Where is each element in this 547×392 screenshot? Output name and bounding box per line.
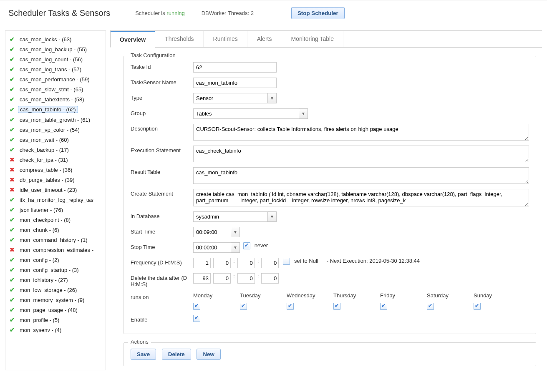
check-icon: ✔: [10, 276, 15, 283]
task-list-item[interactable]: ✖mon_compression_estimates -: [5, 245, 106, 255]
day-checkbox-thursday[interactable]: [333, 303, 340, 310]
task-list-item[interactable]: ✔mon_checkpoint - (8): [5, 215, 106, 225]
new-button[interactable]: New: [197, 349, 220, 360]
tab-thresholds[interactable]: Thresholds: [155, 31, 203, 47]
del-sec-input[interactable]: [261, 273, 279, 284]
day-checkbox-friday[interactable]: [380, 303, 387, 310]
task-id-label: Taske Id: [131, 62, 193, 70]
task-list-item[interactable]: ✔cas_mon_locks - (63): [5, 34, 106, 44]
task-list-item[interactable]: ✖compress_table - (36): [5, 165, 106, 175]
del-days-input[interactable]: [193, 273, 211, 284]
day-label: Tuesday: [240, 292, 287, 299]
task-item-label: cas_mon_log_count - (56): [18, 56, 84, 63]
check-icon: ✔: [10, 136, 15, 143]
cross-icon: ✖: [10, 156, 15, 163]
tab-monitoring-table[interactable]: Monitoring Table: [281, 31, 343, 47]
day-label: Sunday: [474, 292, 492, 299]
chevron-down-icon[interactable]: ▼: [267, 211, 277, 222]
description-input[interactable]: CURSOR-Scout-Sensor: collects Table Info…: [193, 124, 529, 141]
day-checkbox-monday[interactable]: [193, 303, 200, 310]
day-checkbox-saturday[interactable]: [427, 303, 434, 310]
task-list-item[interactable]: ✖check_for_ipa - (31): [5, 155, 106, 165]
freq-min-input[interactable]: [237, 258, 255, 268]
task-list-item[interactable]: ✔ifx_ha_monitor_log_replay_tas: [5, 195, 106, 205]
scheduler-status: Scheduler is running: [135, 10, 185, 16]
task-list-item[interactable]: ✔cas_mon_vp_color - (54): [5, 125, 106, 135]
cross-icon: ✖: [10, 186, 15, 193]
day-column: Friday: [380, 292, 427, 310]
task-list-item[interactable]: ✔cas_mon_log_backup - (55): [5, 44, 106, 54]
task-list-item[interactable]: ✔cas_mon_table_growth - (61): [5, 115, 106, 125]
create-stmt-input[interactable]: create table cas_mon_tabinfo ( id int, d…: [193, 189, 529, 206]
exec-stmt-label: Execution Statement: [131, 146, 193, 153]
del-hours-input[interactable]: [213, 273, 231, 284]
tab-runtimes[interactable]: Runtimes: [204, 31, 247, 47]
freq-hours-input[interactable]: [213, 258, 231, 268]
task-list-item[interactable]: ✔mon_config_startup - (3): [5, 265, 106, 275]
tab-overview[interactable]: Overview: [110, 31, 155, 48]
chevron-down-icon[interactable]: ▼: [299, 108, 308, 119]
task-list-item[interactable]: ✔mon_low_storage - (26): [5, 285, 106, 295]
task-list-item[interactable]: ✔mon_sysenv - (4): [5, 325, 106, 335]
day-checkbox-tuesday[interactable]: [240, 303, 247, 310]
task-name-input[interactable]: [193, 78, 277, 88]
freq-sec-input[interactable]: [261, 258, 279, 268]
task-list-item[interactable]: ✔mon_config - (2): [5, 255, 106, 265]
task-list-item[interactable]: ✔mon_page_usage - (48): [5, 305, 106, 315]
type-label: Type: [131, 93, 193, 101]
task-item-label: mon_sysenv - (4): [18, 327, 63, 333]
check-icon: ✔: [10, 96, 15, 103]
del-min-input[interactable]: [237, 273, 255, 284]
day-label: Saturday: [427, 292, 474, 299]
never-checkbox[interactable]: [243, 242, 250, 249]
task-list-item[interactable]: ✔mon_memory_system - (9): [5, 295, 106, 305]
enable-checkbox[interactable]: [193, 315, 200, 322]
stop-time-select[interactable]: ▼: [193, 242, 240, 253]
create-stmt-label: Create Statement: [131, 189, 193, 197]
chevron-down-icon[interactable]: ▼: [231, 227, 240, 237]
task-item-label: cas_mon_table_growth - (61): [18, 117, 92, 123]
task-list-item[interactable]: ✖idle_user_timeout - (23): [5, 185, 106, 195]
check-icon: ✔: [10, 56, 15, 63]
task-list-item[interactable]: ✔cas_mon_slow_stmt - (65): [5, 84, 106, 94]
task-item-label: check_backup - (17): [18, 147, 71, 153]
task-list-item[interactable]: ✔cas_mon_wait - (60): [5, 135, 106, 145]
task-list-item[interactable]: ✔cas_mon_tabinfo - (62): [5, 104, 106, 115]
main-content: OverviewThresholdsRuntimesAlertsMonitori…: [110, 30, 542, 370]
database-select[interactable]: ▼: [193, 211, 277, 222]
tab-alerts[interactable]: Alerts: [247, 31, 282, 47]
group-select[interactable]: ▼: [193, 108, 308, 119]
stop-scheduler-button[interactable]: Stop Scheduler: [291, 7, 345, 19]
task-item-label: mon_chunk - (6): [18, 227, 61, 233]
task-id-input[interactable]: [193, 62, 277, 73]
task-list-item[interactable]: ✔mon_iohistory - (27): [5, 275, 106, 285]
day-checkbox-wednesday[interactable]: [287, 303, 294, 310]
type-select[interactable]: ▼: [193, 93, 277, 103]
chevron-down-icon[interactable]: ▼: [231, 242, 240, 253]
task-list-item[interactable]: ✔json listener - (76): [5, 205, 106, 215]
task-list-item[interactable]: ✔mon_command_history - (1): [5, 235, 106, 245]
task-list-item[interactable]: ✔cas_mon_log_count - (56): [5, 54, 106, 64]
save-button[interactable]: Save: [131, 349, 156, 360]
start-time-select[interactable]: ▼: [193, 227, 240, 237]
result-table-label: Result Table: [131, 167, 193, 175]
task-list-item[interactable]: ✖db_purge_tables - (39): [5, 175, 106, 185]
day-checkbox-sunday[interactable]: [474, 303, 481, 310]
delete-button[interactable]: Delete: [162, 349, 191, 360]
task-list-item[interactable]: ✔cas_mon_tabextents - (58): [5, 94, 106, 104]
check-icon: ✔: [10, 226, 15, 233]
check-icon: ✔: [10, 297, 15, 303]
task-item-label: cas_mon_slow_stmt - (65): [18, 86, 85, 93]
task-item-label: mon_checkpoint - (8): [18, 217, 72, 223]
exec-stmt-input[interactable]: cas_check_tabinfo: [193, 146, 529, 162]
task-list-item[interactable]: ✔mon_chunk - (6): [5, 225, 106, 235]
chevron-down-icon[interactable]: ▼: [267, 93, 277, 103]
task-list-item[interactable]: ✔cas_mon_performance - (59): [5, 74, 106, 84]
check-icon: ✔: [10, 66, 15, 73]
result-table-input[interactable]: cas_mon_tabinfo: [193, 167, 529, 184]
task-list-item[interactable]: ✔cas_mon_log_trans - (57): [5, 64, 106, 74]
task-list-item[interactable]: ✔check_backup - (17): [5, 145, 106, 155]
set-null-checkbox[interactable]: [283, 258, 290, 265]
task-list-item[interactable]: ✔mon_profile - (5): [5, 315, 106, 325]
freq-days-input[interactable]: [193, 258, 211, 268]
